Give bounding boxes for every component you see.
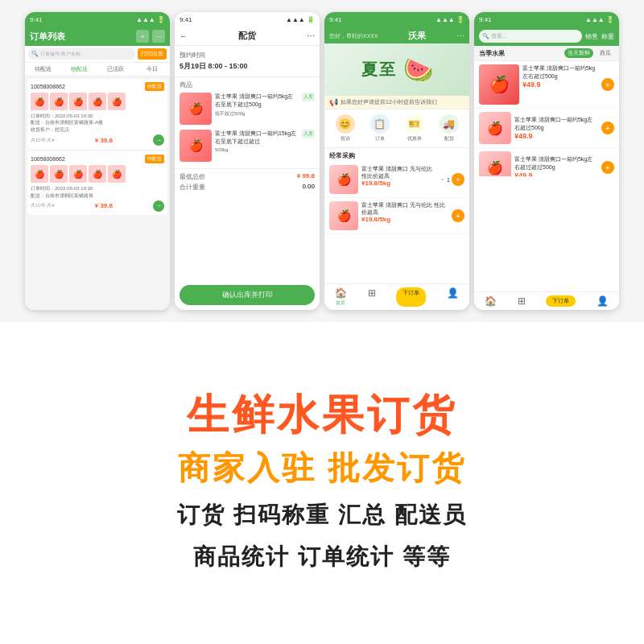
speaker-icon: 📢 bbox=[329, 98, 338, 106]
more-icon[interactable]: ⋯ bbox=[307, 31, 315, 40]
p4-bottom-nav: 🏠 ⊞ 下订单 👤 bbox=[474, 291, 619, 310]
p1-order-action-1[interactable]: → bbox=[153, 134, 164, 146]
p4-item-price-2: ¥49.9 bbox=[514, 132, 598, 140]
p1-order-card-2[interactable]: 10058008662 待配送 🍎 🍎 🍎 🍎 🍎 订单时间：2022-05-0… bbox=[27, 151, 167, 215]
p1-icon-add[interactable]: + bbox=[136, 30, 149, 43]
p2-total-section: 最低总价 ¥ 99.8 合计重量 0.00 bbox=[175, 168, 320, 196]
back-icon[interactable]: ← bbox=[180, 31, 188, 40]
status-bar-4: 9:41 ▲▲▲ 🔋 bbox=[474, 12, 619, 27]
p3-product-name-1: 富士苹果 清甜爽口 无与伦比 性比价超高 bbox=[361, 165, 436, 180]
p2-total-weight-label: 合计重量 bbox=[180, 183, 205, 192]
p4-header: 🔍 搜索... 销售 称重 bbox=[474, 27, 619, 46]
p2-confirm-btn[interactable]: 确认出库并打印 bbox=[180, 285, 315, 305]
p3-nav-complaint[interactable]: 😊 投诉 bbox=[336, 114, 355, 142]
p1-order-address-1: 配送：台南市漂桐区富鳞路第-A楼 bbox=[31, 119, 164, 126]
p3-bottom-grid[interactable]: ⊞ bbox=[368, 287, 376, 307]
search-icon-2: 🔍 bbox=[482, 33, 489, 39]
p2-weight-row: 合计重量 0.00 bbox=[180, 183, 315, 192]
p4-add-3[interactable]: + bbox=[601, 161, 614, 174]
p4-item-row-2[interactable]: 🍎 富士苹果 清甜爽口一箱约5kg左右超过500g ¥49.9 + bbox=[474, 109, 619, 148]
p4-add-icon-2[interactable]: + bbox=[601, 122, 614, 134]
p1-title: 订单列表 bbox=[30, 31, 65, 43]
phone-delivery: 9:41 ▲▲▲ 🔋 ← 配货 ⋯ 预约时间 5月19日 8:00 - 15:0… bbox=[175, 12, 320, 310]
p3-bottom-user[interactable]: 👤 bbox=[447, 287, 459, 307]
p4-order-btn[interactable]: 下订单 bbox=[546, 295, 576, 307]
p1-order-address-2: 配送：台南市漂桐区富鳞路第 bbox=[31, 192, 164, 199]
p3-add-2[interactable]: + bbox=[452, 209, 464, 222]
p1-print-btn[interactable]: 打印出库 bbox=[138, 48, 167, 60]
home-icon-2: 🏠 bbox=[485, 295, 497, 307]
p1-order-action-2[interactable]: → bbox=[153, 200, 164, 212]
p4-tab-watermelon[interactable]: 西瓜 bbox=[597, 48, 614, 58]
p1-order-note-1: 共10件 共¥ bbox=[31, 137, 55, 144]
p4-search-input[interactable]: 🔍 搜索... bbox=[479, 30, 582, 43]
p3-bottom-home[interactable]: 🏠 首页 bbox=[335, 287, 347, 307]
p1-search-placeholder: 订单编号/客户名称 bbox=[40, 51, 80, 58]
p4-sm-img-2: 🍎 bbox=[479, 112, 511, 144]
p4-sm-img-3: 🍎 bbox=[479, 151, 511, 176]
p1-search-box[interactable]: 🔍 订单编号/客户名称 bbox=[28, 48, 135, 60]
p4-item-info-2: 富士苹果 清甜爽口一箱约5kg左右超过500g ¥49.9 bbox=[514, 116, 598, 140]
p3-product-1: 🍎 富士苹果 清甜爽口 无与伦比 性比价超高 ¥19.8/5kg － 1 + bbox=[324, 162, 469, 198]
p1-sub-tab-0[interactable]: 待配送 bbox=[25, 63, 61, 76]
home-icon: 🏠 bbox=[335, 287, 347, 299]
p4-weight-label: 称重 bbox=[601, 32, 614, 41]
p4-bottom-user[interactable]: 👤 bbox=[597, 295, 609, 307]
phone-order-list: 9:41 ▲▲▲ 🔋 订单列表 + ⋯ 🔍 订单编号/客户名称 打印出库 待配送… bbox=[25, 12, 170, 310]
p3-nav-delivery[interactable]: 🚚 配货 bbox=[440, 114, 459, 142]
p3-minus-1[interactable]: － bbox=[440, 175, 445, 184]
p4-add-2[interactable]: + bbox=[601, 122, 614, 134]
p4-tab-fresh[interactable]: 当天新鲜 bbox=[564, 48, 593, 58]
p3-nav-coupon[interactable]: 🎫 优惠券 bbox=[405, 114, 424, 142]
p4-bottom-grid[interactable]: ⊞ bbox=[518, 295, 526, 307]
p1-order-card-1[interactable]: 10058008662 待配送 🍎 🍎 🍎 🍎 🍎 订单时间：2022-05-0… bbox=[27, 79, 167, 149]
complaint-icon: 😊 bbox=[336, 114, 355, 134]
p4-add-1[interactable]: + bbox=[601, 64, 614, 105]
p3-nav-coupon-label: 优惠券 bbox=[407, 135, 422, 142]
p4-big-item-1[interactable]: 🍎 富士苹果 清甜爽口一箱约5kg左右超过500g ¥49.9 + bbox=[474, 61, 619, 109]
features-row-2: 商品统计 订单统计 等等 bbox=[193, 540, 451, 574]
p3-nav-order[interactable]: 📋 订单 bbox=[370, 114, 390, 142]
p1-sub-tab-2[interactable]: 已活跃 bbox=[97, 63, 134, 76]
p4-add-icon-3[interactable]: + bbox=[601, 161, 614, 174]
p2-goods-name-1: 富士苹果 清甜爽口一箱约5kg左右至底下超过500g bbox=[215, 93, 299, 109]
p3-greeting: 您好，尊鞋的XXXX bbox=[329, 32, 378, 40]
p4-item-row-3[interactable]: 🍎 富士苹果 清甜爽口一箱约5kg左右超过超过500g ¥49.9 + bbox=[474, 148, 619, 176]
p3-banner: 夏至 🍉 bbox=[324, 43, 469, 96]
p4-add-icon-1[interactable]: + bbox=[601, 78, 614, 91]
p2-goods-sub-2: 500kg bbox=[215, 147, 299, 152]
thumb-1: 🍎 bbox=[31, 93, 48, 110]
p4-item-price-1: ¥49.9 bbox=[522, 80, 598, 89]
p3-order-btn[interactable]: 下订单 bbox=[396, 287, 426, 307]
p1-order-meta-2: 订单时间：2022-05-03 10:30 配送：台南市漂桐区富鳞路第 bbox=[31, 185, 164, 199]
p3-banner-text: 夏至 bbox=[361, 59, 397, 80]
p3-menu-icon[interactable]: ⋯ bbox=[456, 31, 464, 40]
thumb-6: 🍎 bbox=[31, 165, 48, 183]
p3-nav-order-label: 订单 bbox=[375, 135, 385, 142]
p2-total-weight-val: 0.00 bbox=[302, 183, 315, 192]
p1-order-time-2: 订单时间：2022-05-03 10:30 bbox=[31, 185, 164, 192]
p4-item-name-2: 富士苹果 清甜爽口一箱约5kg左右超过500g bbox=[514, 116, 598, 132]
text-section: 生鲜水果订货 商家入驻 批发订货 订货 扫码称重 汇总 配送员 商品统计 订单统… bbox=[0, 322, 644, 644]
p1-icon-more[interactable]: ⋯ bbox=[152, 30, 165, 43]
p4-item-info-3: 富士苹果 清甜爽口一箱约5kg左右超过超过500g ¥49.9 bbox=[514, 155, 598, 176]
p3-add-1[interactable]: + bbox=[452, 173, 464, 186]
p4-item-info-1: 富士苹果 清甜爽口一箱约5kg左右超过500g ¥49.9 bbox=[522, 64, 598, 105]
p1-sub-tab-3[interactable]: 今日 bbox=[134, 63, 170, 76]
p1-filter-bar: 🔍 订单编号/客户名称 打印出库 bbox=[25, 46, 170, 63]
p1-sub-tab-1[interactable]: 物配送 bbox=[61, 63, 97, 76]
p3-product-2: 🍎 富士苹果 清甜爽口 无与伦比 性比价超高 ¥19.8/5kg + bbox=[324, 198, 469, 234]
p3-product-name-2: 富士苹果 清甜爽口 无与伦比 性比价超高 bbox=[361, 201, 448, 216]
p3-product-info-2: 富士苹果 清甜爽口 无与伦比 性比价超高 ¥19.8/5kg bbox=[361, 201, 448, 230]
thumb-2: 🍎 bbox=[50, 93, 68, 110]
sub-title: 商家入驻 批发订货 bbox=[178, 446, 466, 490]
p3-product-price-1: ¥19.8/5kg bbox=[361, 180, 436, 187]
p4-bottom-home[interactable]: 🏠 bbox=[485, 295, 497, 307]
p3-announcement-text: 如果您好声请提前12小时提前告诉我们 bbox=[341, 98, 437, 106]
p1-order-price-1: ¥ 39.8 bbox=[95, 137, 113, 144]
p2-goods-tag-2: 入库 bbox=[302, 130, 315, 138]
p3-header-top: 您好，尊鞋的XXXX 沃果 ⋯ bbox=[329, 30, 464, 42]
p1-order-price-2: ¥ 39.8 bbox=[95, 202, 113, 209]
p2-footer: 确认出库并打印 bbox=[175, 280, 320, 310]
order-icon: 📋 bbox=[370, 114, 390, 134]
